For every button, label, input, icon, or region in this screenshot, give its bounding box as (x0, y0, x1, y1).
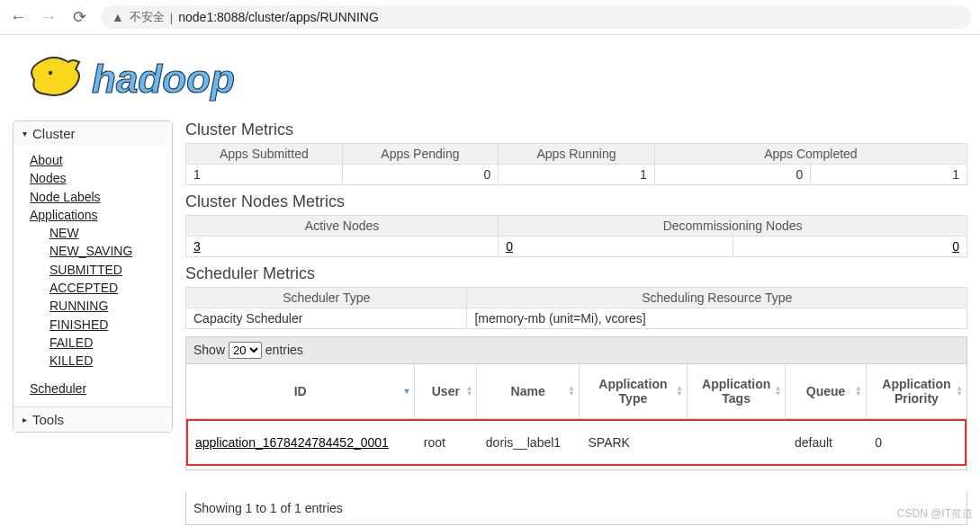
url-text: node1:8088/cluster/apps/RUNNING (178, 10, 379, 24)
cell-user: root (415, 419, 477, 467)
cell-queue: default (786, 419, 866, 467)
sidebar-state-new-saving[interactable]: NEW_SAVING (49, 242, 166, 260)
warning-icon: ▲ (112, 10, 124, 24)
attribution: CSDN @IT贫道 (897, 506, 973, 522)
sidebar-state-new[interactable]: NEW (49, 224, 166, 242)
th-tags[interactable]: Application Tags▲▼ (687, 364, 786, 419)
th-scheduler-type[interactable]: Scheduler Type (186, 288, 467, 308)
th-apps-pending[interactable]: Apps Pending (342, 144, 499, 165)
link-decom-nodes-1[interactable]: 0 (506, 239, 513, 254)
chevron-down-icon: ▾ (22, 129, 27, 138)
table-row: application_1678424784452_0001 root dori… (186, 419, 967, 467)
forward-button[interactable]: → (40, 8, 58, 26)
th-priority[interactable]: Application Priority▲▼ (866, 364, 967, 419)
sidebar-link-scheduler[interactable]: Scheduler (30, 380, 166, 397)
nodes-metrics-table: Active Nodes Decommissioning Nodes 3 0 0 (185, 215, 967, 257)
th-apps-submitted[interactable]: Apps Submitted (186, 144, 343, 165)
sidebar-section-cluster[interactable]: ▾ Cluster (13, 121, 172, 146)
cell-scheduler-type: Capacity Scheduler (186, 308, 467, 329)
sidebar-link-about[interactable]: About (30, 151, 166, 169)
sidebar-state-killed[interactable]: KILLED (49, 352, 166, 370)
sidebar-section-tools[interactable]: ▸ Tools (13, 407, 172, 432)
sidebar-link-applications[interactable]: Applications (30, 206, 166, 224)
cell-extra: 1 (811, 165, 967, 185)
nodes-metrics-title: Cluster Nodes Metrics (185, 192, 967, 211)
entries-select[interactable]: 20 (229, 342, 262, 359)
reload-button[interactable]: ⟳ (70, 8, 88, 26)
cell-type: SPARK (580, 419, 688, 467)
main-content: Cluster Metrics Apps Submitted Apps Pend… (185, 121, 967, 525)
sidebar-link-nodes[interactable]: Nodes (30, 169, 166, 187)
th-active-nodes[interactable]: Active Nodes (186, 216, 499, 237)
scheduler-metrics-title: Scheduler Metrics (185, 264, 967, 283)
cell-apps-submitted: 1 (186, 165, 343, 185)
th-resource-type[interactable]: Scheduling Resource Type (467, 288, 967, 308)
back-button[interactable]: ← (9, 8, 27, 26)
sort-asc-icon: ▼ (402, 387, 410, 396)
sidebar-state-accepted[interactable]: ACCEPTED (49, 279, 166, 297)
th-apps-running[interactable]: Apps Running (499, 144, 655, 165)
svg-text:hadoop: hadoop (92, 57, 235, 101)
sidebar-link-node-labels[interactable]: Node Labels (30, 188, 166, 206)
sidebar-state-submitted[interactable]: SUBMITTED (49, 261, 166, 279)
cell-apps-running: 1 (499, 165, 655, 185)
cell-priority: 0 (866, 419, 967, 467)
cell-tags (687, 419, 786, 467)
security-label: 不安全 (130, 9, 165, 25)
app-id-link[interactable]: application_1678424784452_0001 (195, 435, 389, 450)
hadoop-logo: hadoop (18, 49, 967, 108)
cell-name: doris__label1 (477, 419, 580, 467)
sidebar-app-states: NEW NEW_SAVING SUBMITTED ACCEPTED RUNNIN… (30, 224, 166, 370)
show-label: Show (193, 343, 225, 357)
cell-resource-type: [memory-mb (unit=Mi), vcores] (467, 308, 967, 329)
entries-suffix: entries (265, 343, 303, 357)
entries-control: Show 20 entries (185, 336, 967, 364)
chevron-right-icon: ▸ (22, 415, 27, 424)
th-name[interactable]: Name▲▼ (477, 364, 580, 419)
cluster-metrics-title: Cluster Metrics (185, 121, 967, 139)
th-id[interactable]: ID▼ (186, 364, 415, 419)
th-decom-nodes[interactable]: Decommissioning Nodes (499, 216, 967, 237)
scheduler-metrics-table: Scheduler Type Scheduling Resource Type … (185, 287, 967, 329)
cell-apps-pending: 0 (342, 165, 499, 185)
sidebar: ▾ Cluster About Nodes Node Labels Applic… (13, 121, 173, 433)
th-queue[interactable]: Queue▲▼ (786, 364, 866, 419)
sidebar-cluster-label: Cluster (32, 126, 76, 141)
sidebar-state-running[interactable]: RUNNING (49, 297, 166, 315)
link-active-nodes[interactable]: 3 (193, 239, 201, 254)
cluster-metrics-table: Apps Submitted Apps Pending Apps Running… (185, 143, 967, 185)
th-type[interactable]: Application Type▲▼ (580, 364, 688, 419)
th-apps-completed[interactable]: Apps Completed (654, 144, 967, 165)
svg-point-0 (49, 71, 52, 75)
browser-toolbar: ← → ⟳ ▲ 不安全 | node1:8088/cluster/apps/RU… (0, 0, 980, 35)
address-bar[interactable]: ▲ 不安全 | node1:8088/cluster/apps/RUNNING (101, 5, 971, 29)
cell-apps-completed: 0 (654, 165, 811, 185)
sidebar-state-finished[interactable]: FINISHED (49, 316, 166, 334)
sidebar-tools-label: Tools (32, 412, 64, 427)
table-status: Showing 1 to 1 of 1 entries (185, 492, 967, 525)
th-user[interactable]: User▲▼ (415, 364, 477, 419)
applications-table: ID▼ User▲▼ Name▲▼ Application Type▲▼ App… (186, 364, 967, 466)
link-decom-nodes-2[interactable]: 0 (952, 239, 959, 254)
sidebar-state-failed[interactable]: FAILED (49, 334, 166, 352)
